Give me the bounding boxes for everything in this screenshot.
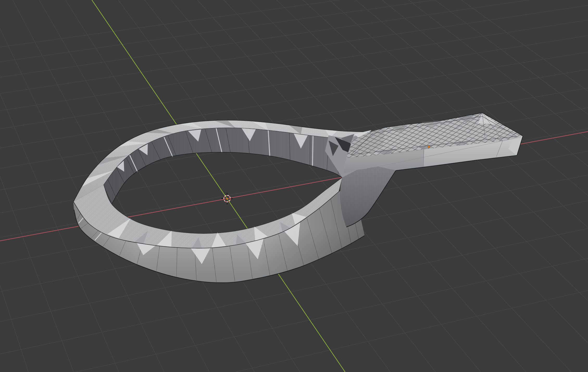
wall-bright-slot	[312, 136, 313, 166]
object-origin[interactable]	[428, 146, 430, 148]
viewport-canvas[interactable]	[0, 0, 588, 372]
object-origin-dot	[428, 146, 430, 148]
blender-3d-viewport[interactable]	[0, 0, 588, 372]
cursor-center-dot	[226, 198, 228, 200]
